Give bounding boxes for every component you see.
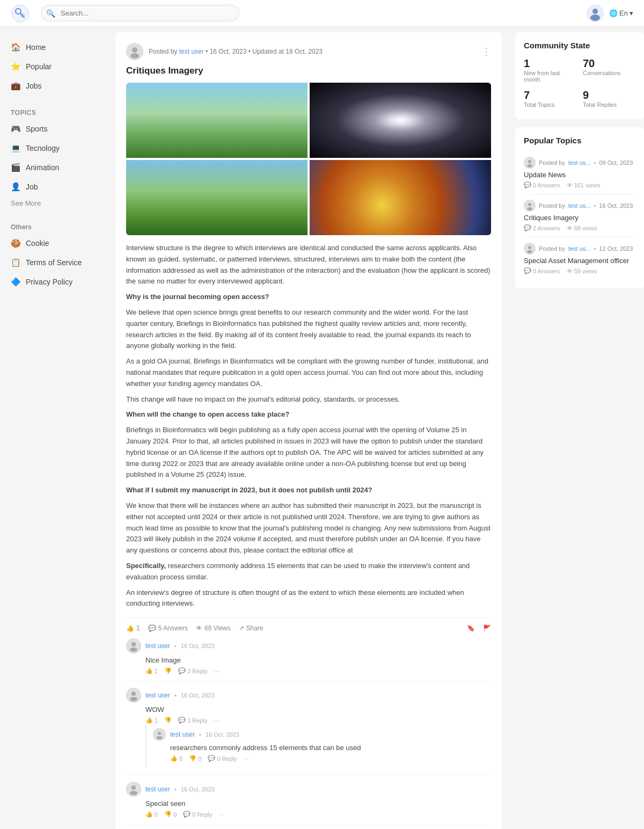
main-content: Posted by test user • 16 Oct, 2023 • Upd… (107, 32, 510, 829)
pt-2-title[interactable]: Critiques Imagery (524, 214, 635, 222)
language-flag: 🌐 (609, 9, 618, 17)
comment-1-like[interactable]: 👍 1 (145, 667, 158, 674)
avatar[interactable] (587, 5, 604, 22)
terms-icon: 📋 (11, 258, 20, 267)
sidebar-item-cookie[interactable]: 🍪 Cookie (0, 234, 107, 253)
comment-3-text: Special seen (145, 799, 491, 808)
comment-1-reply[interactable]: 💬 2 Reply (178, 667, 207, 674)
logo[interactable] (11, 4, 30, 23)
pt-3-title[interactable]: Special Asset Management officer (524, 257, 635, 265)
nested-comment-1-username[interactable]: test user (170, 731, 195, 738)
comment-2-meta: test user • 16 Oct, 2023 (126, 688, 491, 703)
popular-topic-3: Posted by test us... • 12 Oct, 2023 Spec… (524, 237, 635, 280)
pt-2-date: 16 Oct, 2023 (599, 202, 633, 209)
comment-2-username[interactable]: test user (145, 692, 170, 699)
like-icon: 👍 (126, 624, 134, 632)
comment-3-avatar (126, 782, 141, 797)
sidebar-item-jobs[interactable]: 💼 Jobs (0, 76, 107, 96)
post-username[interactable]: test user (179, 48, 204, 55)
comment-3-meta: test user • 16 Oct, 2023 (126, 782, 491, 797)
sidebar-item-popular[interactable]: ⭐ Popular (0, 57, 107, 76)
body-para-7: Specifically, researchers commonly addre… (126, 561, 491, 583)
svg-point-36 (527, 250, 532, 253)
comment-3-dislike[interactable]: 👎 0 (164, 811, 177, 818)
sidebar-item-animation[interactable]: 🎬 Animation (0, 158, 107, 177)
pt-1-title[interactable]: Update News (524, 171, 635, 179)
sidebar-item-privacy[interactable]: 🔷 Privacy Policy (0, 272, 107, 292)
bookmark-button[interactable]: 🔖 (467, 624, 475, 632)
comment-2-more[interactable]: ··· (214, 717, 218, 724)
nested-comment-1-date: 16 Oct, 2023 (206, 731, 239, 738)
pt-3-username[interactable]: test us... (568, 245, 591, 252)
comment-1: test user • 16 Oct, 2023 Nice Image 👍 1 … (126, 632, 491, 681)
chevron-down-icon: ▾ (630, 9, 633, 17)
sidebar-cookie-label: Cookie (26, 239, 49, 248)
pt-2-posted-by: Posted by (539, 202, 565, 209)
sidebar-terms-label: Terms of Service (26, 258, 82, 267)
stat-total-topics-label: Total Topics (524, 101, 576, 108)
nested-reply[interactable]: 💬 0 Reply (208, 755, 237, 762)
comment-2-text: WOW (145, 706, 491, 714)
stat-total-topics-num: 7 (524, 89, 576, 101)
svg-point-17 (158, 732, 161, 735)
comment-2-avatar (126, 688, 141, 703)
comment-1-dislike[interactable]: 👎 (164, 667, 172, 674)
body-heading-1: Why is the journal becoming open access? (126, 292, 491, 303)
topics-label: TOPICS (0, 106, 107, 119)
flag-icon: 🚩 (483, 624, 491, 632)
bold-heading-3: What if I submit my manuscript in 2023, … (126, 486, 372, 494)
svg-point-30 (527, 164, 532, 168)
comment-1-more[interactable]: ··· (214, 668, 218, 674)
technology-icon: 💻 (11, 143, 20, 153)
svg-point-9 (130, 53, 139, 59)
body-para-5: Briefings in Bioinformatics will begin p… (126, 425, 491, 481)
nested-more[interactable]: ··· (244, 755, 248, 762)
svg-point-33 (527, 207, 532, 210)
pt-1-views: 👁 161 views (567, 181, 601, 188)
see-more-link[interactable]: See More (0, 197, 107, 210)
sidebar-item-job[interactable]: 👤 Job (0, 177, 107, 197)
header: 🔍 🌐 En ▾ (0, 0, 644, 27)
search-input[interactable] (41, 5, 239, 21)
post-more-button[interactable]: ⋮ (481, 46, 491, 57)
comment-2-like[interactable]: 👍 1 (145, 717, 158, 724)
post-image-palm2 (126, 160, 308, 235)
answers-link[interactable]: 💬 5 Answers (148, 624, 188, 632)
nested-dislike[interactable]: 👎 0 (189, 755, 201, 762)
answers-icon: 💬 (148, 624, 156, 632)
pt-1-username[interactable]: test us... (568, 159, 591, 166)
sidebar-job-label: Job (26, 183, 38, 191)
post-image-palm (126, 83, 308, 158)
comment-2-reply[interactable]: 💬 1 Reply (178, 717, 207, 724)
svg-point-29 (528, 160, 531, 163)
body-para-1: Interview structure is the degree to whi… (126, 243, 491, 287)
pt-1-stats: 💬 0 Answers 👁 161 views (524, 181, 635, 188)
comment-3-like[interactable]: 👍 0 (145, 811, 158, 818)
comment-2-dislike[interactable]: 👎 (164, 717, 172, 724)
sidebar-sports-label: Sports (26, 125, 47, 133)
comment-3: test user • 16 Oct, 2023 Special seen 👍 … (126, 775, 491, 825)
like-button[interactable]: 👍 1 (126, 624, 140, 632)
language-selector[interactable]: 🌐 En ▾ (609, 9, 633, 17)
flag-button[interactable]: 🚩 (483, 624, 491, 632)
sidebar-item-terms[interactable]: 📋 Terms of Service (0, 253, 107, 272)
stat-total-topics: 7 Total Topics (524, 89, 576, 108)
comment-3-reply[interactable]: 💬 0 Reply (183, 811, 212, 818)
comment-3-username[interactable]: test user (145, 786, 170, 793)
comment-3-date: 16 Oct, 2023 (181, 786, 215, 792)
share-button[interactable]: ↗ Share (239, 624, 264, 632)
sidebar-item-technology[interactable]: 💻 Tecnology (0, 139, 107, 158)
stat-conversations-label: Conversations (583, 70, 635, 76)
nested-like[interactable]: 👍 0 (170, 755, 182, 762)
animation-icon: 🎬 (11, 163, 20, 172)
sidebar-item-home[interactable]: 🏠 Home (0, 38, 107, 57)
pt-2-answers: 💬 2 Answers (524, 224, 560, 231)
nested-comment-1-meta: test user • 16 Oct, 2023 (153, 728, 491, 741)
comment-1-username[interactable]: test user (145, 642, 170, 650)
pt-2-username[interactable]: test us... (568, 202, 591, 209)
comment-3-more[interactable]: ··· (219, 811, 224, 818)
stat-new-month-num: 1 (524, 57, 576, 70)
language-label: En (619, 9, 628, 17)
sidebar-item-sports[interactable]: 🎮 Sports (0, 119, 107, 139)
pt-1-avatar (524, 157, 536, 169)
